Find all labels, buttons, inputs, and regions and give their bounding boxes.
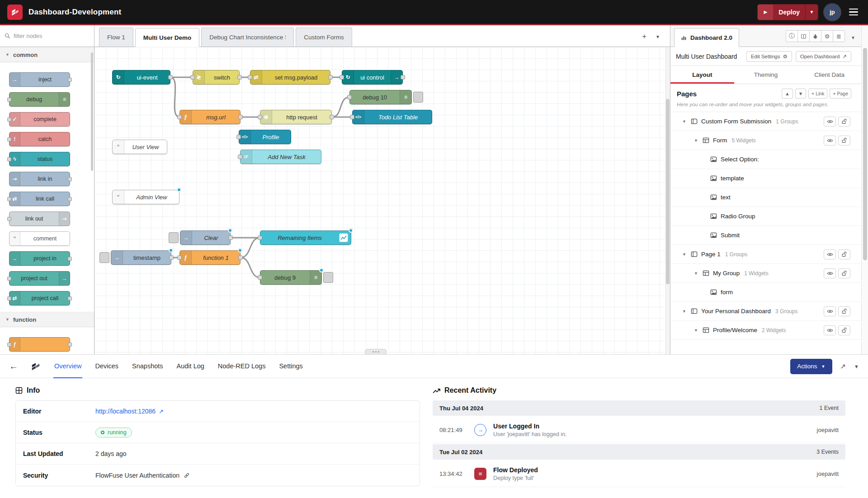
settings-gear-icon[interactable]: ⚙: [821, 30, 833, 42]
nav-tab-settings[interactable]: Settings: [278, 355, 303, 378]
nav-tab-node-red-logs[interactable]: Node-RED Logs: [217, 355, 267, 378]
inject-button[interactable]: [169, 232, 179, 243]
lock-toggle-button[interactable]: [838, 249, 850, 259]
flow-node-user-view[interactable]: “User View: [112, 140, 167, 154]
palette-category-common[interactable]: ▼common: [0, 47, 94, 62]
output-port[interactable]: [238, 255, 243, 260]
edit-settings-button[interactable]: Edit Settings⚙: [746, 51, 792, 62]
palette-node-complete[interactable]: ✓complete: [9, 112, 70, 127]
palette-node-debug[interactable]: debug≡: [9, 92, 70, 107]
lock-toggle-button[interactable]: [838, 268, 850, 278]
back-arrow-icon[interactable]: ←: [9, 361, 18, 371]
tab-layout[interactable]: Layout: [670, 66, 734, 84]
layers-icon[interactable]: ≣: [833, 30, 845, 42]
palette-category-function[interactable]: ▼function: [0, 312, 94, 327]
flow-node-msg-url[interactable]: ƒmsg.url: [179, 110, 241, 124]
tree-row-form[interactable]: ▼Form5 Widgets: [670, 131, 861, 150]
palette-node-comment[interactable]: “comment: [9, 231, 70, 246]
sidebar-chevron-icon[interactable]: ▼: [848, 35, 859, 40]
chevron-down-icon[interactable]: ▼: [682, 309, 687, 314]
tree-row-your-personal-dashboard[interactable]: ▼Your Personal Dashboard3 Groups: [670, 302, 861, 321]
canvas-scrollbar[interactable]: [665, 47, 670, 354]
input-port[interactable]: [258, 115, 262, 119]
tree-row-text[interactable]: text: [670, 188, 861, 207]
nav-tab-audit-log[interactable]: Audit Log: [176, 355, 205, 378]
flow-tab-debug-chart-inconsistence-s[interactable]: Debug Chart Inconsistence S: [201, 28, 294, 47]
palette-node-link-out[interactable]: link out⇢: [9, 211, 70, 226]
lock-toggle-button[interactable]: [838, 325, 850, 335]
flow-list-chevron-icon[interactable]: ▼: [656, 34, 660, 39]
palette-node-status[interactable]: ϟstatus: [9, 152, 70, 166]
nav-tab-overview[interactable]: Overview: [53, 355, 82, 378]
add-flow-icon[interactable]: +: [642, 32, 646, 41]
debug-toggle-button[interactable]: [413, 92, 423, 103]
tree-row-form[interactable]: form: [670, 283, 861, 302]
palette-node-link-call[interactable]: ⇄link call: [9, 192, 70, 206]
palette-scrollbar[interactable]: [91, 52, 93, 171]
output-port[interactable]: [330, 115, 334, 119]
output-port[interactable]: [401, 75, 405, 80]
input-port[interactable]: [238, 155, 242, 159]
actions-button[interactable]: Actions▼: [790, 359, 832, 374]
link-chain-icon[interactable]: [184, 472, 190, 479]
tab-dashboard-2[interactable]: Dashboard 2.0: [674, 28, 739, 47]
palette-node-link-in[interactable]: ⇢link in: [9, 172, 70, 186]
palette-node-catch[interactable]: !catch: [9, 132, 70, 146]
flow-node-todo-list-table[interactable]: </>Todo List Table: [352, 110, 432, 124]
open-editor-icon[interactable]: ↗: [840, 362, 846, 371]
panel-resize-handle[interactable]: [365, 349, 387, 354]
nav-tab-snapshots[interactable]: Snapshots: [131, 355, 164, 378]
palette-node-project-out[interactable]: project out→: [9, 271, 70, 286]
help-book-icon[interactable]: [797, 30, 810, 42]
activity-event-row[interactable]: 13:34:42≡Flow DeployedDeploy type 'full'…: [433, 460, 845, 487]
palette-node-function[interactable]: ƒ: [9, 337, 70, 352]
palette-node-inject[interactable]: →inject: [9, 72, 70, 87]
input-port[interactable]: [350, 115, 354, 119]
flow-canvas[interactable]: ↻ui-event≷switch⇄set msg.payload↻ui cont…: [94, 47, 670, 354]
flow-node-http-request[interactable]: ⊕http request: [260, 110, 332, 124]
input-port[interactable]: [340, 75, 344, 80]
flow-node-timestamp[interactable]: →timestamp: [99, 250, 171, 265]
nav-tab-devices[interactable]: Devices: [94, 355, 119, 378]
input-port[interactable]: [190, 75, 195, 80]
visibility-toggle-button[interactable]: [824, 117, 836, 127]
add-page-button[interactable]: + Page: [830, 89, 851, 99]
tree-row-my-group[interactable]: ▼My Group1 Widgets: [670, 264, 861, 283]
flow-node-debug-10[interactable]: debug 10≡: [349, 90, 423, 104]
editor-link[interactable]: http://localhost:12086↗: [95, 408, 164, 415]
main-menu-icon[interactable]: [846, 6, 861, 19]
tab-theming[interactable]: Theming: [734, 66, 798, 84]
chevron-down-icon[interactable]: ▼: [694, 271, 699, 276]
input-port[interactable]: [236, 135, 241, 139]
window-scrollbar-thumb[interactable]: [863, 48, 867, 260]
move-down-button[interactable]: ▼: [795, 89, 806, 99]
move-up-button[interactable]: ▲: [782, 89, 793, 99]
visibility-toggle-button[interactable]: [824, 136, 836, 146]
visibility-toggle-button[interactable]: [824, 249, 836, 259]
window-scrollbar[interactable]: [861, 25, 868, 354]
chevron-down-icon[interactable]: ▼: [682, 252, 687, 257]
deploy-button[interactable]: ► Deploy ▼: [757, 4, 818, 20]
visibility-toggle-button[interactable]: [824, 306, 836, 316]
palette-node-project-in[interactable]: →project in: [9, 251, 70, 266]
tree-row-template[interactable]: template: [670, 169, 861, 188]
flow-tab-flow-1[interactable]: Flow 1: [99, 28, 133, 47]
flow-node-ui-control[interactable]: ↻ui control→: [342, 70, 403, 85]
output-port[interactable]: [168, 75, 173, 80]
tree-row-profile-welcome[interactable]: ▼Profile/Welcome2 Widgets: [670, 321, 861, 340]
open-dashboard-button[interactable]: Open Dashboard↗: [796, 51, 851, 62]
add-link-button[interactable]: + Link: [808, 89, 827, 99]
flow-node-ui-event[interactable]: ↻ui-event: [112, 70, 170, 85]
output-port[interactable]: [169, 255, 174, 260]
flow-node-profile[interactable]: </>Profile: [239, 130, 291, 144]
flow-node-set-msg-payload[interactable]: ⇄set msg.payload: [250, 70, 330, 85]
input-port[interactable]: [258, 235, 262, 240]
output-port[interactable]: [237, 75, 242, 80]
output-port[interactable]: [228, 235, 233, 240]
flow-node-admin-view[interactable]: “Admin View: [112, 190, 179, 204]
inject-button[interactable]: [99, 252, 109, 263]
flowfuse-logo-icon[interactable]: [7, 5, 23, 20]
user-avatar[interactable]: jp: [824, 4, 840, 20]
visibility-toggle-button[interactable]: [824, 325, 836, 335]
info-icon[interactable]: ⓘ: [786, 30, 798, 42]
